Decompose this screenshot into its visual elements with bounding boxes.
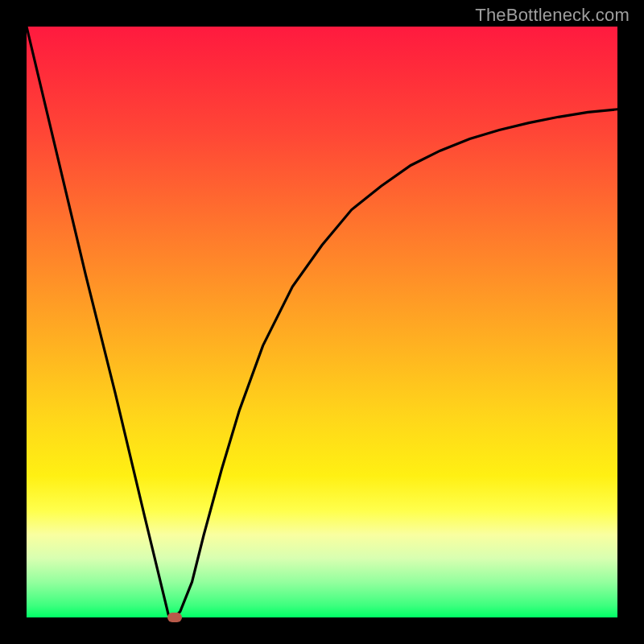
min-marker xyxy=(167,613,182,622)
bottleneck-curve xyxy=(27,27,617,617)
curve-layer xyxy=(27,27,617,617)
chart-frame: TheBottleneck.com xyxy=(0,0,644,644)
watermark-label: TheBottleneck.com xyxy=(475,5,630,26)
plot-area xyxy=(27,27,617,617)
